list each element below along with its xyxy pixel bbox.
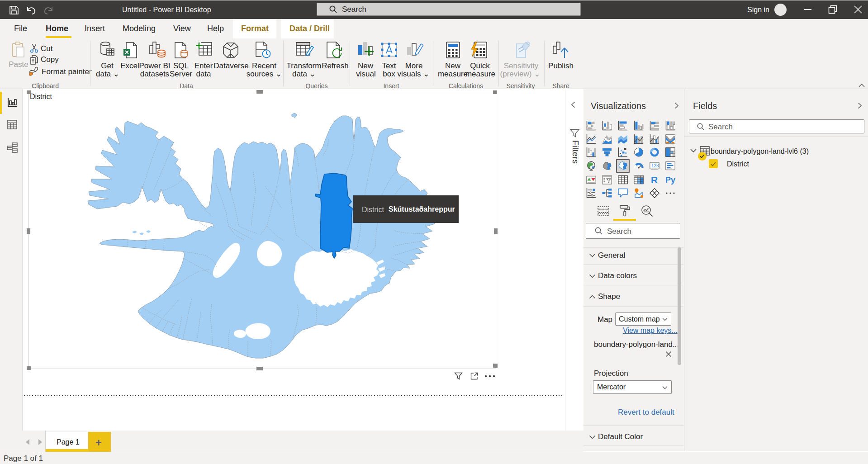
svg-text:R: R — [651, 175, 658, 185]
svg-text:Py: Py — [665, 175, 675, 185]
svg-text:123: 123 — [651, 163, 659, 168]
